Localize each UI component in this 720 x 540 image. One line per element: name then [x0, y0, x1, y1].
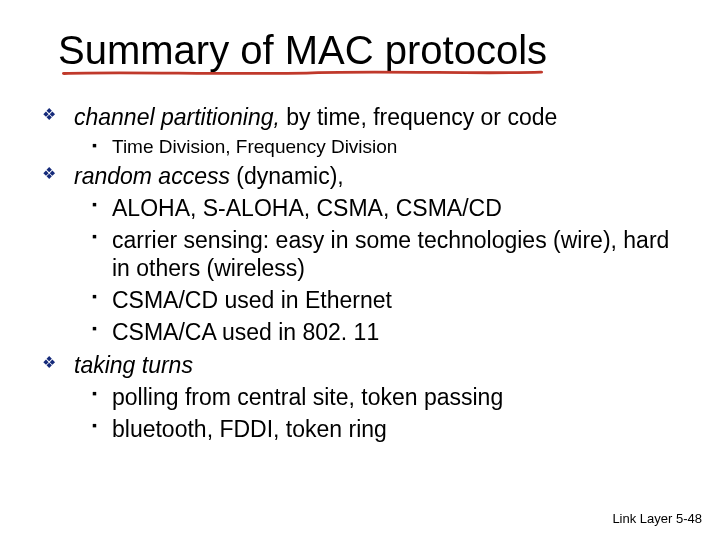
slide-title: Summary of MAC protocols: [58, 28, 547, 75]
sub-bullet: carrier sensing: easy in some technologi…: [38, 226, 690, 282]
sub-bullet: ALOHA, S-ALOHA, CSMA, CSMA/CD: [38, 194, 690, 222]
title-wrap: Summary of MAC protocols: [58, 28, 547, 75]
sub-bullet: bluetooth, FDDI, token ring: [38, 415, 690, 443]
bullet-lead: channel partitioning,: [74, 104, 280, 130]
bullet-channel-partitioning: channel partitioning, by time, frequency…: [38, 103, 690, 131]
sub-bullet: Time Division, Frequency Division: [38, 135, 690, 158]
slide-footer: Link Layer 5-48: [612, 511, 702, 526]
slide-body: channel partitioning, by time, frequency…: [38, 103, 690, 443]
bullet-lead: random access: [74, 163, 230, 189]
bullet-rest: (dynamic),: [230, 163, 344, 189]
sub-bullet: CSMA/CD used in Ethernet: [38, 286, 690, 314]
bullet-taking-turns: taking turns: [38, 351, 690, 379]
sub-bullet: CSMA/CA used in 802. 11: [38, 318, 690, 346]
slide: Summary of MAC protocols channel partiti…: [0, 0, 720, 540]
bullet-lead: taking turns: [74, 352, 193, 378]
bullet-rest: by time, frequency or code: [280, 104, 557, 130]
sub-bullet: polling from central site, token passing: [38, 383, 690, 411]
bullet-random-access: random access (dynamic),: [38, 162, 690, 190]
